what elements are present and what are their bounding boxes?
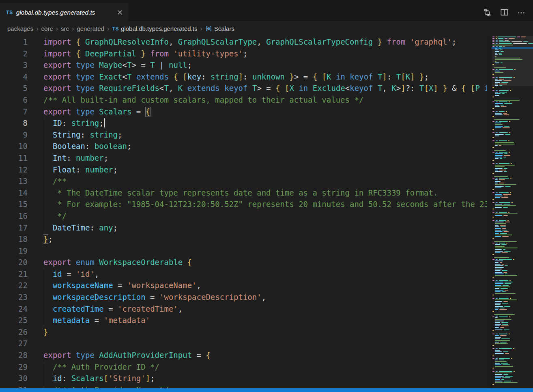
code-line[interactable]: 31 /** Auth Provider Name */ [0,384,487,388]
breadcrumb-item-generated[interactable]: generated [77,25,104,32]
line-number[interactable]: 13 [0,175,28,187]
code-line[interactable]: 30 id: Scalars['String']; [0,373,487,384]
minimap-line [492,332,533,333]
line-number[interactable]: 16 [0,210,28,222]
line-number[interactable]: 24 [0,303,28,315]
line-number[interactable]: 10 [0,140,28,152]
minimap-line [492,355,533,355]
line-number[interactable]: 3 [0,59,28,71]
code-line[interactable]: 13 /** [0,175,487,187]
code-token [43,386,53,388]
code-line[interactable]: 9 String: string; [0,129,487,141]
code-line[interactable]: 11 Int: number; [0,152,487,164]
code-line[interactable]: 19 [0,245,487,257]
code-line[interactable]: 18}; [0,233,487,245]
minimap-slider[interactable] [492,36,533,86]
code-line[interactable]: 23 workspaceDescription = 'workspaceDesc… [0,291,487,303]
minimap[interactable] [492,36,533,388]
code-line[interactable]: 28export type AddAuthProviderInput = { [0,349,487,361]
minimap-line [492,199,533,200]
code-line[interactable]: 10 Boolean: boolean; [0,140,487,152]
code-line[interactable]: 17 DateTime: any; [0,222,487,234]
split-editor-icon[interactable] [499,7,509,18]
breadcrumb-item-src[interactable]: src [61,25,69,32]
code-line[interactable]: 8 ID: string; [0,117,487,129]
line-number[interactable]: 14 [0,187,28,199]
line-number[interactable]: 30 [0,373,28,384]
breadcrumb-item-scalars[interactable]: Scalars [205,25,234,32]
line-number[interactable]: 5 [0,82,28,94]
line-number[interactable]: 23 [0,291,28,303]
code-line[interactable]: 4export type Exact<T extends { [key: str… [0,71,487,83]
code-token: > = [131,60,150,69]
vertical-scrollbar[interactable] [487,36,492,388]
code-line[interactable]: 3export type Maybe<T> = T | null; [0,59,487,71]
vscode-window: TS global.db.types.generated.ts [0,0,533,392]
line-number[interactable]: 12 [0,164,28,176]
code-token: WorkspaceOrderable [99,258,183,267]
code-line[interactable]: 1import { GraphQLResolveInfo, GraphQLSca… [0,36,487,48]
line-number[interactable]: 27 [0,338,28,349]
code-line[interactable]: 6/** All built-in and custom scalars, ma… [0,94,487,106]
line-number[interactable]: 2 [0,48,28,60]
minimap-line [492,311,533,312]
code-line[interactable]: 29 /** Auth Provider ID */ [0,361,487,373]
line-number[interactable]: 9 [0,129,28,141]
code-token: > [396,84,401,93]
minimap-line [492,197,533,198]
code-area[interactable]: 1import { GraphQLResolveInfo, GraphQLSca… [0,36,487,388]
line-number[interactable]: 25 [0,314,28,326]
breadcrumb-item-core[interactable]: core [41,25,53,32]
code-line[interactable]: 26} [0,326,487,338]
code-token: any [99,223,113,232]
open-changes-icon[interactable] [482,7,492,18]
line-number[interactable]: 7 [0,106,28,118]
code-line[interactable]: 24 createdTime = 'createdTime', [0,303,487,315]
line-number[interactable]: 31 [0,384,28,388]
code-token [95,72,99,81]
minimap-content [492,37,533,386]
line-number[interactable]: 15 [0,198,28,210]
code-token: Exact [99,72,122,81]
line-number[interactable]: 11 [0,152,28,164]
line-number[interactable]: 21 [0,268,28,280]
minimap-line [492,337,533,338]
code-token: ] [410,72,415,81]
code-line[interactable]: 27 [0,338,487,349]
line-number[interactable]: 28 [0,349,28,361]
breadcrumb-item-packages[interactable]: packages [7,25,33,32]
line-number[interactable]: 26 [0,326,28,338]
code-token: string [71,118,99,127]
minimap-line [492,153,533,154]
line-number[interactable]: 20 [0,256,28,268]
code-line[interactable]: 14 * The DateTime scalar type represents… [0,187,487,199]
code-line[interactable]: 21 id = 'id', [0,268,487,280]
close-tab-icon[interactable] [115,8,124,17]
code-line[interactable]: 20export enum WorkspaceOrderable { [0,256,487,268]
line-number[interactable]: 22 [0,280,28,291]
code-line[interactable]: 25 metadata = 'metadata' [0,314,487,326]
line-number[interactable]: 18 [0,233,28,245]
code-token: & [447,84,461,93]
code-line[interactable]: 22 workspaceName = 'workspaceName', [0,280,487,291]
code-token [220,84,224,93]
line-number[interactable]: 1 [0,36,28,48]
code-line[interactable]: 16 */ [0,210,487,222]
more-actions-icon[interactable] [516,7,527,18]
minimap-line [492,309,533,310]
line-number[interactable]: 6 [0,94,28,106]
tab-global-db-types-generated-ts[interactable]: TS global.db.types.generated.ts [0,3,128,22]
code-token: = [113,281,127,290]
code-line[interactable]: 7export type Scalars = { [0,106,487,118]
line-number[interactable]: 17 [0,222,28,234]
code-line[interactable]: 15 * For example: "1985-04-12T23:20:50.5… [0,198,487,210]
line-number[interactable]: 4 [0,71,28,83]
code-line[interactable]: 12 Float: number; [0,164,487,176]
line-number[interactable]: 8 [0,117,28,129]
minimap-line [492,369,533,370]
breadcrumb-item-global-db-types-generated-ts[interactable]: TSglobal.db.types.generated.ts [112,25,197,32]
line-number[interactable]: 29 [0,361,28,373]
code-line[interactable]: 2import { DeepPartial } from 'utility-ty… [0,48,487,60]
code-line[interactable]: 5export type RequireFields<T, K extends … [0,82,487,94]
line-number[interactable]: 19 [0,245,28,257]
